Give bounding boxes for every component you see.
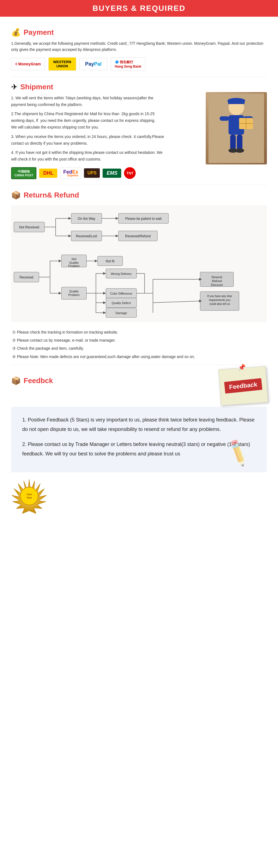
- svg-rect-8: [230, 135, 236, 150]
- svg-text:Discount: Discount: [211, 283, 223, 286]
- refund-section-header: 📦 Return& Refund: [11, 191, 267, 200]
- feedback-title: Feedbck: [24, 376, 53, 385]
- paypal-logo: PayPal: [79, 58, 107, 70]
- feedback-sticky-note: 📌 Feedback: [218, 366, 268, 406]
- svg-rect-9: [237, 135, 242, 150]
- feedback-sticky-paper: Feedback: [218, 366, 268, 406]
- svg-point-11: [235, 148, 244, 153]
- payment-section-header: 💰 Payment: [11, 28, 267, 37]
- shipment-title: Shipment: [20, 83, 53, 91]
- svg-text:Problem: Problem: [68, 264, 80, 268]
- hsbc-logo: 🔷 恒生銀行Hang Seng Bank: [111, 57, 145, 71]
- payment-description: 1.Generally, we accept the following pay…: [11, 40, 267, 53]
- svg-marker-23: [116, 217, 118, 220]
- dhl-logo: DHL: [39, 168, 57, 178]
- svg-marker-39: [59, 259, 62, 262]
- main-content: 💰 Payment 1.Generally, we accept the fol…: [0, 17, 278, 520]
- svg-rect-3: [220, 116, 229, 121]
- ups-logo: UPS: [84, 168, 100, 178]
- svg-text:If you have any else: If you have any else: [207, 294, 232, 298]
- feedback-content-box: 1. Positive Feedback (5 Stars) is very i…: [11, 407, 267, 473]
- svg-text:Wrong Delivery: Wrong Delivery: [111, 272, 132, 275]
- svg-marker-19: [68, 217, 71, 220]
- svg-text:Color Difference: Color Difference: [110, 292, 132, 295]
- payment-title: Payment: [24, 28, 54, 37]
- svg-marker-68: [103, 311, 106, 314]
- note-item-4: ④ Please Note: Men made defects are not …: [11, 353, 267, 360]
- feedback-section: 📦 Feedbck 📌 Feedback 1. Positive Feedbac…: [11, 371, 267, 515]
- shipment-icon: ✈: [11, 82, 18, 92]
- svg-point-89: [20, 487, 38, 505]
- ems-logo: EMS: [103, 168, 121, 178]
- svg-marker-45: [95, 259, 98, 262]
- svg-text:Resend: Resend: [212, 275, 222, 279]
- svg-marker-27: [68, 235, 71, 237]
- svg-text:Quality: Quality: [69, 289, 79, 293]
- note-item-2: ② Please contact us by meesage, e-mail, …: [11, 337, 267, 344]
- feedback-point-2: 2. Please contact us by Trade Manager or…: [22, 440, 256, 459]
- shipment-point-2: 2.The shipment by China Post Registered …: [11, 111, 167, 130]
- svg-text:Refund: Refund: [212, 279, 221, 283]
- svg-text:Not: Not: [71, 257, 76, 261]
- svg-marker-56: [103, 272, 106, 275]
- shipment-point-3: 3. When you receive the items you ordere…: [11, 133, 167, 147]
- svg-text:Quality Defect: Quality Defect: [111, 301, 131, 305]
- fedex-logo: FedEx Express: [60, 167, 81, 179]
- feedback-icon: 📦: [11, 376, 21, 385]
- feedback-sticky-container: 📌 Feedback: [220, 368, 267, 404]
- svg-text:Not Received: Not Received: [19, 225, 39, 229]
- svg-text:Problem: Problem: [68, 293, 80, 297]
- svg-text:Quality: Quality: [69, 261, 79, 264]
- feedback-pin: 📌: [238, 364, 246, 371]
- feedback-section-title: 📦 Feedbck: [11, 376, 53, 385]
- svg-text:Received/Refund: Received/Refund: [125, 234, 151, 238]
- svg-text:requirements you: requirements you: [209, 299, 230, 302]
- refund-flowchart: Not Received On the Way Please be patien…: [11, 205, 267, 323]
- western-union-logo: WESTERNUNION: [48, 57, 76, 71]
- star-seal: Your Text: [11, 478, 47, 514]
- feedback-header: 📦 Feedbck 📌 Feedback: [11, 371, 267, 404]
- tnt-logo: TNT: [124, 167, 136, 179]
- svg-text:On the Way: On the Way: [78, 217, 95, 221]
- svg-text:Received/Lost: Received/Lost: [76, 234, 97, 238]
- refund-notes: ① Please check the tracking in formation…: [11, 329, 267, 360]
- svg-marker-60: [103, 292, 106, 294]
- seal-area: Your Text: [11, 478, 267, 514]
- svg-text:Received: Received: [20, 275, 33, 279]
- refund-icon: 📦: [11, 191, 21, 200]
- note-item-1: ① Please check the tracking in formation…: [11, 329, 267, 336]
- svg-text:could also tell us: could also tell us: [209, 302, 230, 306]
- svg-line-86: [153, 301, 200, 303]
- svg-text:Text: Text: [27, 496, 32, 499]
- chinapost-logo: 中国邮政CHINA POST: [11, 167, 36, 179]
- svg-text:Not fit: Not fit: [106, 259, 114, 263]
- shipment-point-1: 1. We will sent the items within 7days (…: [11, 95, 167, 108]
- svg-marker-31: [116, 235, 118, 237]
- svg-text:Please be patient to wait: Please be patient to wait: [126, 217, 162, 221]
- svg-marker-49: [59, 292, 62, 294]
- svg-marker-64: [103, 301, 106, 304]
- refund-title: Return& Refund: [24, 191, 79, 199]
- shipping-logos: 中国邮政CHINA POST DHL FedEx Express UPS EMS…: [11, 167, 267, 179]
- feedback-sticky-label: Feedback: [224, 378, 262, 394]
- shipment-content: 1. We will sent the items within 7days (…: [11, 95, 267, 179]
- payment-icon: 💰: [11, 28, 21, 37]
- moneygram-logo: ◊ MoneyGram: [11, 58, 45, 70]
- svg-rect-13: [228, 100, 245, 104]
- delivery-image: [206, 92, 267, 164]
- page-header: BUYERS & REQUIRED: [0, 0, 278, 17]
- note-item-3: ③ Check the package and Item, carefully.: [11, 345, 267, 352]
- page-title: BUYERS & REQUIRED: [0, 4, 278, 13]
- shipment-point-4: 4. If you have not got it within the shi…: [11, 149, 167, 163]
- feedback-point-1: 1. Positive Feedback (5 Stars) is very i…: [22, 415, 256, 434]
- shipment-section-header: ✈ Shipment: [11, 82, 267, 92]
- payment-logos: ◊ MoneyGram WESTERNUNION PayPal 🔷 恒生銀行Ha…: [11, 57, 267, 71]
- svg-text:Damage: Damage: [115, 311, 127, 315]
- svg-text:Your: Your: [26, 493, 32, 496]
